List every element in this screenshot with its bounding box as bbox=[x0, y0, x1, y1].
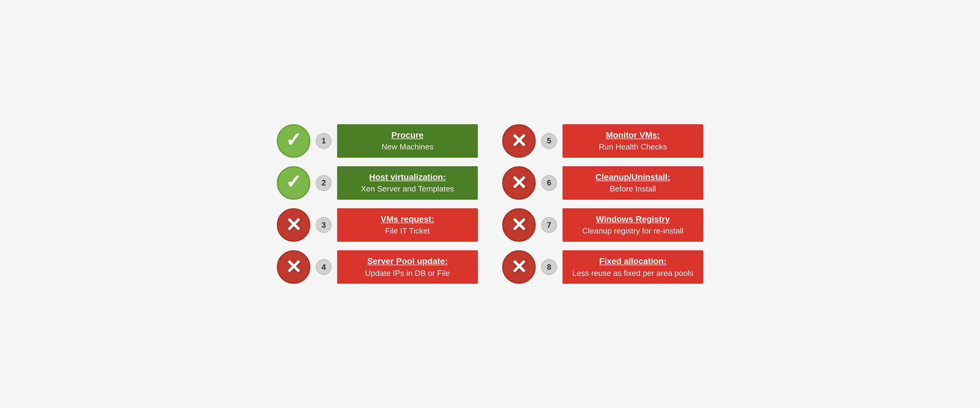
card-subtitle-1: New Machines bbox=[382, 142, 434, 152]
card-subtitle-7: Cleanup registry for re-install bbox=[582, 226, 683, 236]
card-title-7: Windows Registry bbox=[596, 214, 670, 225]
x-symbol: ✕ bbox=[285, 257, 302, 277]
list-item-6: ✕6Cleanup/Uninstall:Before Install bbox=[502, 166, 703, 200]
x-symbol: ✕ bbox=[511, 131, 527, 151]
card-subtitle-5: Run Health Checks bbox=[599, 142, 667, 152]
card-title-3: VMs request: bbox=[381, 214, 434, 225]
number-badge-8: 8 bbox=[541, 259, 557, 275]
card-title-2: Host virtualization: bbox=[369, 172, 446, 183]
list-item-8: ✕8Fixed allocation:Less reuse as fixed p… bbox=[502, 250, 703, 284]
main-container: ✓1ProcureNew Machines✕5Monitor VMs:Run H… bbox=[277, 124, 703, 284]
x-symbol: ✕ bbox=[511, 173, 527, 193]
number-badge-7: 7 bbox=[541, 217, 557, 233]
card-title-4: Server Pool update: bbox=[367, 256, 448, 267]
card-3: VMs request:File IT Ticket bbox=[337, 208, 478, 242]
card-8: Fixed allocation:Less reuse as fixed per… bbox=[563, 250, 703, 284]
x-symbol: ✕ bbox=[511, 257, 527, 277]
number-badge-1: 1 bbox=[316, 133, 332, 149]
check-icon: ✓ bbox=[277, 166, 310, 200]
x-icon: ✕ bbox=[502, 124, 536, 158]
check-icon: ✓ bbox=[277, 124, 310, 158]
checkmark-symbol: ✓ bbox=[285, 172, 302, 192]
checkmark-symbol: ✓ bbox=[285, 130, 302, 149]
x-icon: ✕ bbox=[277, 208, 310, 242]
x-icon: ✕ bbox=[502, 208, 536, 242]
list-item-1: ✓1ProcureNew Machines bbox=[277, 124, 478, 158]
card-6: Cleanup/Uninstall:Before Install bbox=[563, 166, 703, 200]
card-subtitle-6: Before Install bbox=[610, 184, 656, 194]
card-7: Windows RegistryCleanup registry for re-… bbox=[563, 208, 703, 242]
card-1: ProcureNew Machines bbox=[337, 124, 478, 158]
list-item-2: ✓2Host virtualization:Xen Server and Tem… bbox=[277, 166, 478, 200]
card-2: Host virtualization:Xen Server and Templ… bbox=[337, 166, 478, 200]
card-subtitle-3: File IT Ticket bbox=[385, 226, 430, 236]
card-subtitle-8: Less reuse as fixed per area pools bbox=[572, 268, 693, 279]
number-badge-2: 2 bbox=[316, 175, 332, 191]
list-item-7: ✕7Windows RegistryCleanup registry for r… bbox=[502, 208, 703, 242]
card-title-8: Fixed allocation: bbox=[599, 256, 667, 267]
list-item-4: ✕4Server Pool update:Update IPs in DB or… bbox=[277, 250, 478, 284]
x-icon: ✕ bbox=[502, 166, 536, 200]
card-5: Monitor VMs:Run Health Checks bbox=[563, 124, 703, 158]
x-icon: ✕ bbox=[502, 250, 536, 284]
number-badge-3: 3 bbox=[316, 217, 332, 233]
x-symbol: ✕ bbox=[511, 215, 527, 235]
card-subtitle-2: Xen Server and Templates bbox=[361, 184, 454, 194]
list-item-3: ✕3VMs request:File IT Ticket bbox=[277, 208, 478, 242]
x-symbol: ✕ bbox=[285, 215, 302, 235]
x-icon: ✕ bbox=[277, 250, 310, 284]
number-badge-4: 4 bbox=[316, 259, 332, 275]
card-title-6: Cleanup/Uninstall: bbox=[595, 172, 670, 183]
card-title-5: Monitor VMs: bbox=[606, 130, 660, 141]
card-4: Server Pool update:Update IPs in DB or F… bbox=[337, 250, 478, 284]
list-item-5: ✕5Monitor VMs:Run Health Checks bbox=[502, 124, 703, 158]
card-title-1: Procure bbox=[391, 130, 423, 141]
number-badge-6: 6 bbox=[541, 175, 557, 191]
card-subtitle-4: Update IPs in DB or File bbox=[365, 268, 450, 279]
number-badge-5: 5 bbox=[541, 133, 557, 149]
